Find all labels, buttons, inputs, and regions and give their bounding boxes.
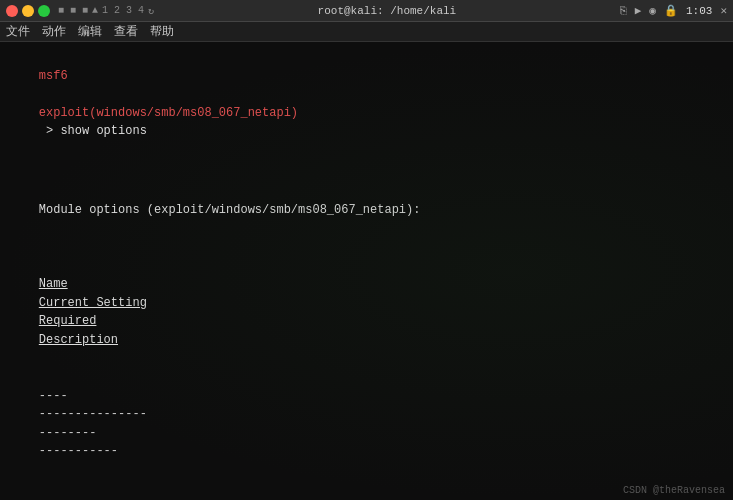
prompt-prefix: msf6 xyxy=(39,69,68,83)
col-setting: Current Setting xyxy=(39,294,169,313)
blank-1 xyxy=(10,160,723,179)
maximize-button[interactable] xyxy=(38,5,50,17)
col-description: Description xyxy=(39,333,118,347)
titlebar-buttons: ■ ■ ■ ▲ 1 2 3 4 ↻ xyxy=(6,5,154,17)
menu-file[interactable]: 文件 xyxy=(6,23,30,40)
module-options-header: Module options (exploit/windows/smb/ms08… xyxy=(10,182,723,238)
lock-icon: 🔒 xyxy=(664,4,678,17)
titlebar: ■ ■ ■ ▲ 1 2 3 4 ↻ root@kali: /home/kali … xyxy=(0,0,733,22)
close-button[interactable] xyxy=(6,5,18,17)
titlebar-right: ⎘ ▶ ◉ 🔒 1:03 ✕ xyxy=(620,4,727,17)
terminal-area[interactable]: msf6 exploit(windows/smb/ms08_067_netapi… xyxy=(0,42,733,500)
power-icon: ◉ xyxy=(649,4,656,17)
menubar: 文件 动作 编辑 查看 帮助 xyxy=(0,22,733,42)
col-name: Name xyxy=(39,275,109,294)
menu-help[interactable]: 帮助 xyxy=(150,23,174,40)
menu-view[interactable]: 查看 xyxy=(114,23,138,40)
col-required: Required xyxy=(39,312,119,331)
network-icon: ⎘ xyxy=(620,5,627,17)
watermark: CSDN @theRavensea xyxy=(623,485,725,496)
module-row-rhosts: RHOSTS 192.168.254.129 yes The target ho… xyxy=(10,480,723,500)
audio-icon: ▶ xyxy=(635,4,642,17)
menu-edit[interactable]: 编辑 xyxy=(78,23,102,40)
command-line: msf6 exploit(windows/smb/ms08_067_netapi… xyxy=(10,48,723,160)
prompt-space xyxy=(39,87,46,101)
clock: 1:03 xyxy=(686,5,712,17)
prompt-module: exploit(windows/smb/ms08_067_netapi) xyxy=(39,106,298,120)
module-table-header: Name Current Setting Required Descriptio… xyxy=(10,257,723,369)
blank-2 xyxy=(10,238,723,257)
minimize-button[interactable] xyxy=(22,5,34,17)
window-title: root@kali: /home/kali xyxy=(154,5,620,17)
close-icon[interactable]: ✕ xyxy=(720,4,727,17)
module-table-sep: ---- --------------- -------- ----------… xyxy=(10,368,723,480)
menu-action[interactable]: 动作 xyxy=(42,23,66,40)
prompt-cmd: > show options xyxy=(39,124,147,138)
